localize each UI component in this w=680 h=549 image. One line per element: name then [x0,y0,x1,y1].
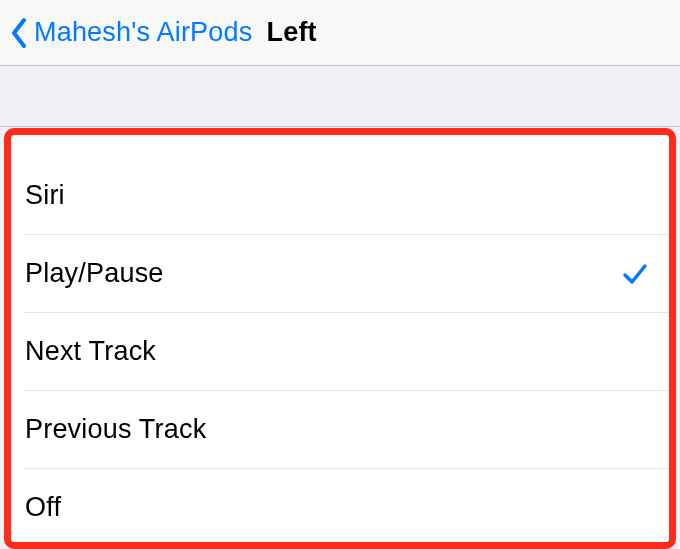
page-title: Left [266,17,316,48]
section-spacer [0,66,680,127]
list-item-label: Previous Track [25,414,206,445]
option-row-next-track[interactable]: Next Track [25,312,669,390]
options-list-highlighted: Siri Play/Pause Next Track Previous Trac… [4,128,676,549]
back-label: Mahesh's AirPods [34,17,252,48]
list-item-label: Next Track [25,336,156,367]
list-item-label: Off [25,492,61,523]
back-button[interactable]: Mahesh's AirPods [10,17,252,49]
option-row-off[interactable]: Off [25,468,669,546]
checkmark-icon [621,260,649,288]
option-row-siri[interactable]: Siri [11,156,669,234]
nav-bar: Mahesh's AirPods Left [0,0,680,66]
list-item-label: Play/Pause [25,258,164,289]
option-row-previous-track[interactable]: Previous Track [25,390,669,468]
chevron-left-icon [10,17,28,49]
list-item-label: Siri [25,180,65,211]
option-row-play-pause[interactable]: Play/Pause [25,234,669,312]
